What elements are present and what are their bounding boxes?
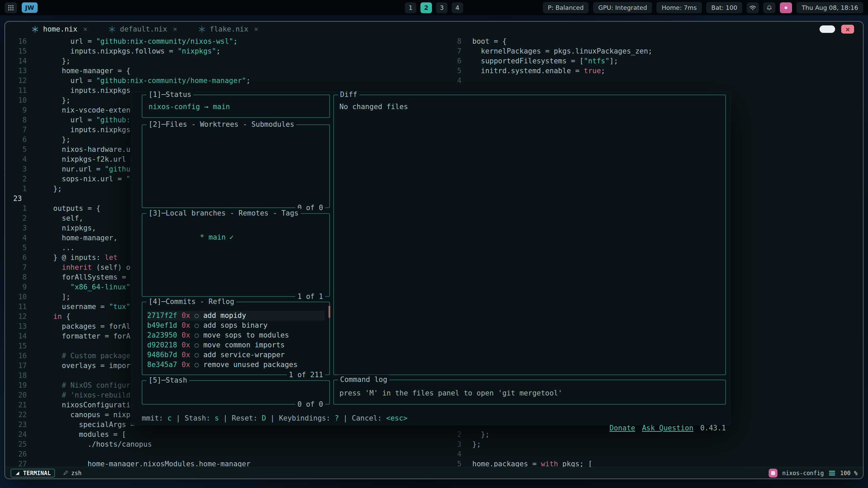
tab-close-icon[interactable]: ×	[254, 25, 258, 33]
code-line: 5home.packages = with pkgs; [	[446, 459, 863, 467]
nix-snowflake-icon	[32, 26, 39, 33]
code-line: 6 supportedFilesystems = ["ntfs"];	[446, 56, 863, 66]
line-number: 1	[5, 184, 27, 194]
workspace-button-3[interactable]: 3	[436, 2, 448, 13]
lazygit-options-bar: mmit: c | Stash: s | Reset: D | Keybindi…	[142, 413, 726, 443]
panel-title: [5]─Stash	[146, 375, 189, 385]
media-icon[interactable]	[780, 2, 792, 13]
workspace-button-2[interactable]: 2	[420, 2, 432, 13]
pencil-icon	[63, 470, 68, 475]
tab-close-icon[interactable]: ×	[83, 25, 87, 33]
line-number: 23	[5, 420, 27, 430]
system-bar-left: JW	[5, 2, 38, 13]
power-profile-segment[interactable]: P: Balanced	[543, 2, 589, 13]
workspace-buttons: 1234	[405, 2, 463, 13]
line-number: 14	[5, 56, 27, 66]
line-number: 8	[5, 272, 27, 282]
code-line: 15 inputs.nixpkgs.follows = "nixpkgs";	[5, 46, 446, 56]
tab-default-nix[interactable]: default.nix ×	[108, 25, 177, 33]
line-number: 6	[5, 253, 27, 263]
window-controls: ×	[820, 25, 854, 34]
code-line: 4	[446, 449, 863, 459]
lazygit-float: [1]─Status nixos-config → main [2]─Files…	[131, 92, 730, 425]
workspace-switcher: 1234	[405, 2, 463, 13]
tab-home-nix[interactable]: home.nix ×	[32, 25, 87, 33]
commit-row[interactable]: b49ef1d0x○add sops binary	[147, 321, 324, 330]
lazygit-stash-panel[interactable]: [5]─Stash 0 of 0	[142, 380, 330, 405]
lazygit-link-donate[interactable]: Donate	[610, 424, 635, 432]
workspace-button-1[interactable]: 1	[405, 2, 416, 13]
window-toggle-pill[interactable]	[820, 25, 835, 33]
code-line: 14 };	[5, 56, 446, 66]
line-number: 20	[5, 390, 27, 400]
commit-row[interactable]: 2717f2f0x○add mopidy	[147, 311, 324, 321]
tab-flake-nix[interactable]: flake.nix ×	[198, 25, 258, 33]
commit-row[interactable]: 9486b7d0x○add service-wrapper	[147, 350, 324, 360]
apps-grid-icon[interactable]	[5, 2, 17, 13]
wifi-icon[interactable]	[747, 2, 759, 13]
session-icon[interactable]	[769, 469, 777, 477]
line-number: 12	[5, 76, 27, 86]
line-number: 7	[446, 46, 461, 56]
lazygit-version: 0.43.1	[700, 424, 726, 432]
lazygit-link-ask-question[interactable]: Ask Question	[642, 424, 693, 432]
line-number: 15	[5, 341, 27, 351]
line-number: 22	[5, 410, 27, 420]
line-number: 18	[5, 371, 27, 381]
line-number: 17	[5, 361, 27, 371]
code-line: 4	[446, 76, 863, 86]
shell-label: zsh	[71, 470, 82, 476]
commit-row[interactable]: 2a239500x○move sops to modules	[147, 330, 324, 340]
shell-tab[interactable]: zsh	[63, 470, 82, 476]
clock[interactable]: Thu Aug 08, 18:16	[796, 2, 863, 13]
lazygit-command-log-panel[interactable]: Command log press 'M' in the files panel…	[333, 380, 726, 405]
code-line: 7 kernelPackages = pkgs.linuxPackages_ze…	[446, 46, 863, 56]
lazygit-commits-panel[interactable]: [4]─Commits - Reflog 2717f2f0x○add mopid…	[142, 302, 330, 375]
status-bar-right: nixos-config 100 %	[769, 469, 857, 477]
tab-close-icon[interactable]: ×	[173, 25, 177, 33]
commits-list: 2717f2f0x○add mopidyb49ef1d0x○add sops b…	[142, 302, 329, 370]
panel-title: [4]─Commits - Reflog	[146, 297, 236, 307]
lazygit-diff-panel[interactable]: Diff No changed files	[333, 95, 726, 375]
commit-row[interactable]: d9202180x○move common imports	[147, 340, 324, 350]
home-latency-segment[interactable]: Home: 7ms	[656, 2, 702, 13]
editor[interactable]: 16 url = "github:nix-community/nixos-wsl…	[5, 37, 863, 467]
line-number: 8	[5, 115, 27, 125]
tab-label: home.nix	[43, 25, 77, 33]
mode-badge: TERMINAL	[11, 469, 55, 477]
panel-title: [1]─Status	[146, 90, 193, 100]
panel-title: [3]─Local branches - Remotes - Tags	[146, 208, 301, 218]
code-line: 16 url = "github:nix-community/nixos-wsl…	[5, 37, 446, 46]
panel-count: 1 of 1	[295, 292, 325, 302]
lazygit-files-panel[interactable]: [2]─Files - Worktrees - Submodules 0 of …	[142, 124, 330, 208]
line-number: 5	[5, 243, 27, 253]
line-number: 2	[5, 214, 27, 223]
nix-snowflake-icon	[198, 26, 205, 33]
battery-segment[interactable]: Bat: 100	[706, 2, 743, 13]
window-close-button[interactable]: ×	[841, 25, 854, 34]
editor-right-pane-top[interactable]: 8boot = {7 kernelPackages = pkgs.linuxPa…	[446, 37, 863, 86]
terminal-mode-icon	[15, 470, 20, 476]
line-number: 10	[5, 292, 27, 302]
line-number: 6	[5, 135, 27, 145]
panel-count: 1 of 211	[287, 370, 325, 380]
line-number: 8	[446, 37, 461, 46]
links: DonateAsk Question	[610, 424, 701, 432]
notifications-icon[interactable]	[763, 2, 775, 13]
layout-list-icon[interactable]	[829, 470, 835, 476]
commits-scrollbar[interactable]	[329, 306, 330, 318]
line-number: 21	[5, 400, 27, 410]
branch-row[interactable]: * main✓	[142, 214, 329, 252]
lazygit-footer-links: DonateAsk Question0.43.1	[558, 413, 726, 443]
lazygit-status-panel[interactable]: [1]─Status nixos-config → main	[142, 95, 330, 118]
desktop: JW 1234 P: BalancedGPU: IntegratedHome: …	[0, 0, 868, 488]
system-bar-right: P: BalancedGPU: IntegratedHome: 7msBat: …	[543, 2, 863, 13]
gpu-segment[interactable]: GPU: Integrated	[593, 2, 652, 13]
workspace-button-4[interactable]: 4	[452, 2, 463, 13]
user-logo-badge[interactable]: JW	[22, 2, 38, 13]
terminal-window: home.nix × default.nix × flake.nix	[4, 21, 864, 479]
commit-row[interactable]: 8e345a70x○remove unused packages	[147, 360, 324, 370]
lazygit-branches-panel[interactable]: [3]─Local branches - Remotes - Tags * ma…	[142, 213, 330, 297]
branch-name: * main	[200, 233, 226, 241]
line-number: 10	[5, 96, 27, 105]
